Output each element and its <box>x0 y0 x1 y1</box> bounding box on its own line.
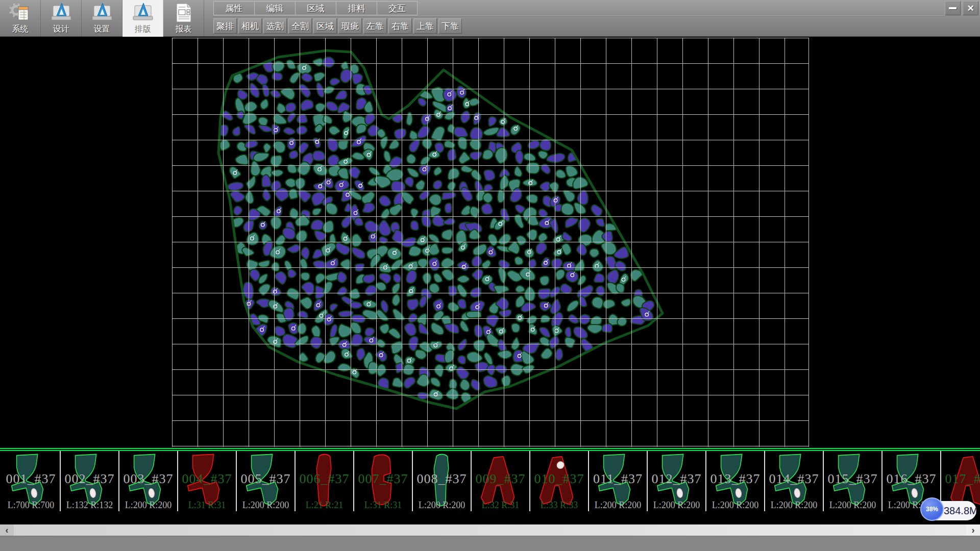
nav-label-settings: 设置 <box>94 24 110 34</box>
piece-thumbnail-014_#37[interactable]: 014_#37 L:200 R:200 <box>765 451 824 511</box>
tool-button-snap-right[interactable]: 右靠 <box>388 18 412 34</box>
piece-thumbnail-011_#37[interactable]: 011_#37 L:200 R:200 <box>589 451 648 511</box>
piece-counts-label: L:31 R:31 <box>354 500 412 511</box>
tool-button-region[interactable]: 区域 <box>313 18 337 34</box>
nav-button-settings[interactable]: 设置 <box>82 0 122 37</box>
tool-button-row: 聚排相机选割全割区域瑕疵左靠右靠上靠下靠 <box>213 18 462 34</box>
piece-thumbnail-009_#37[interactable]: 009_#37 L:32 R:31 <box>472 451 530 511</box>
tool-button-cut-all[interactable]: 全割 <box>288 18 312 34</box>
piece-counts-label: L:200 R:200 <box>119 500 177 511</box>
tool-button-snap-left[interactable]: 左靠 <box>363 18 387 34</box>
horizontal-scrollbar[interactable]: ‹ › <box>0 524 980 536</box>
piece-id-label: 012_#37 <box>648 471 705 487</box>
piece-thumbnail-005_#37[interactable]: 005_#37 L:200 R:200 <box>237 451 296 511</box>
nav-button-report[interactable]: 报表 <box>163 0 204 37</box>
piece-thumbnail-013_#37[interactable]: 013_#37 L:200 R:200 <box>706 451 765 511</box>
piece-thumbnail-001_#37[interactable]: 001_#37 L:700 R:700 <box>2 451 61 511</box>
piece-id-label: 014_#37 <box>765 471 823 487</box>
window-controls: ✕ <box>945 1 978 15</box>
piece-thumbnail-003_#37[interactable]: 003_#37 L:200 R:200 <box>119 451 178 511</box>
piece-counts-label: L:200 R:200 <box>648 500 705 511</box>
tab-nesting[interactable]: 排料 <box>336 1 377 15</box>
piece-counts-label: L:33 R:33 <box>530 500 588 511</box>
piece-counts-label: L:200 R:200 <box>589 500 647 511</box>
tool-button-select-cut[interactable]: 选割 <box>263 18 287 34</box>
progress-badge: 38% <box>920 497 944 521</box>
status-badge: 384.8M 38% <box>920 497 980 521</box>
scroll-right-button[interactable]: › <box>966 524 980 536</box>
menu-tab-bar: 属性编辑区域排料交互 <box>213 1 418 15</box>
piece-thumbnail-012_#37[interactable]: 012_#37 L:200 R:200 <box>648 451 706 511</box>
nav-label-design: 设计 <box>53 24 69 34</box>
piece-thumbnail-008_#37[interactable]: 008_#37 L:200 R:200 <box>413 451 472 511</box>
piece-counts-label: L:32 R:31 <box>472 500 529 511</box>
nav-button-layout[interactable]: 排版 <box>122 0 163 37</box>
tool-button-snap-bottom[interactable]: 下靠 <box>438 18 462 34</box>
leather-hide-layout <box>0 37 980 448</box>
minimize-button[interactable] <box>945 1 961 15</box>
close-icon: ✕ <box>967 3 974 14</box>
tab-interact[interactable]: 交互 <box>377 1 418 15</box>
nav-label-layout: 排版 <box>135 24 151 34</box>
piece-id-label: 004_#37 <box>178 471 236 487</box>
report-document-icon <box>172 2 195 23</box>
piece-id-label: 008_#37 <box>413 471 471 487</box>
piece-thumbnail-015_#37[interactable]: 015_#37 L:200 R:200 <box>824 451 883 511</box>
main-toolbar: 系统 设计 设置 排版 报表 属性编辑区域排料交互 聚排相机选割全割区域瑕疵左靠… <box>0 0 980 37</box>
nav-button-design[interactable]: 设计 <box>41 0 82 37</box>
piece-id-label: 016_#37 <box>883 471 940 487</box>
piece-counts-label: L:200 R:200 <box>765 500 823 511</box>
piece-thumbnail-list: 001_#37 L:700 R:700 002_#37 L:132 R:132 … <box>2 451 980 511</box>
piece-counts-label: L:132 R:132 <box>61 500 118 511</box>
tool-button-defect[interactable]: 瑕疵 <box>338 18 362 34</box>
piece-counts-label: L:200 R:200 <box>237 500 295 511</box>
piece-id-label: 005_#37 <box>237 471 295 487</box>
piece-id-label: 002_#37 <box>61 471 118 487</box>
toolbar-divider <box>213 15 945 16</box>
piece-strip: 001_#37 L:700 R:700 002_#37 L:132 R:132 … <box>0 448 980 524</box>
nesting-canvas[interactable] <box>0 37 980 448</box>
status-bar <box>0 536 980 551</box>
piece-id-label: 017_#37 <box>941 471 980 487</box>
tab-region[interactable]: 区域 <box>295 1 336 15</box>
piece-id-label: 001_#37 <box>2 471 60 487</box>
memory-value: 384.8M <box>944 501 976 520</box>
scroll-left-button[interactable]: ‹ <box>0 524 14 536</box>
piece-id-label: 013_#37 <box>706 471 764 487</box>
piece-thumbnail-002_#37[interactable]: 002_#37 L:132 R:132 <box>61 451 119 511</box>
piece-counts-label: L:200 R:200 <box>706 500 764 511</box>
piece-counts-label: L:700 R:700 <box>2 500 60 511</box>
tab-edit[interactable]: 编辑 <box>254 1 295 15</box>
piece-id-label: 011_#37 <box>589 471 647 487</box>
piece-id-label: 009_#37 <box>472 471 529 487</box>
piece-thumbnail-004_#37[interactable]: 004_#37 L:31 R:31 <box>178 451 237 511</box>
progress-value: 38% <box>926 506 938 513</box>
tool-button-camera[interactable]: 相机 <box>238 18 262 34</box>
close-button[interactable]: ✕ <box>963 1 978 15</box>
tab-properties[interactable]: 属性 <box>213 1 254 15</box>
piece-counts-label: L:31 R:31 <box>178 500 236 511</box>
nav-label-system: 系统 <box>12 24 29 34</box>
piece-id-label: 010_#37 <box>530 471 588 487</box>
system-gear-icon <box>9 2 32 23</box>
nav-button-system[interactable]: 系统 <box>0 0 41 37</box>
set-square-icon <box>50 2 73 23</box>
piece-counts-label: L:21 R:21 <box>296 500 353 511</box>
piece-thumbnail-010_#37[interactable]: 010_#37 L:33 R:33 <box>530 451 589 511</box>
piece-id-label: 006_#37 <box>296 471 353 487</box>
piece-id-label: 003_#37 <box>119 471 177 487</box>
piece-id-label: 007_#37 <box>354 471 412 487</box>
nav-label-report: 报表 <box>176 24 192 34</box>
piece-id-label: 015_#37 <box>824 471 881 487</box>
minimize-icon <box>949 7 957 9</box>
piece-counts-label: L:200 R:200 <box>413 500 471 511</box>
scrollbar-track[interactable] <box>14 524 966 536</box>
piece-thumbnail-006_#37[interactable]: 006_#37 L:21 R:21 <box>296 451 354 511</box>
tool-button-cluster-nest[interactable]: 聚排 <box>213 18 237 34</box>
nesting-app-window: 系统 设计 设置 排版 报表 属性编辑区域排料交互 聚排相机选割全割区域瑕疵左靠… <box>0 0 980 551</box>
set-square-icon <box>90 2 114 23</box>
set-square-icon <box>131 2 155 23</box>
piece-counts-label: L:200 R:200 <box>824 500 881 511</box>
piece-thumbnail-007_#37[interactable]: 007_#37 L:31 R:31 <box>354 451 413 511</box>
tool-button-snap-top[interactable]: 上靠 <box>413 18 437 34</box>
